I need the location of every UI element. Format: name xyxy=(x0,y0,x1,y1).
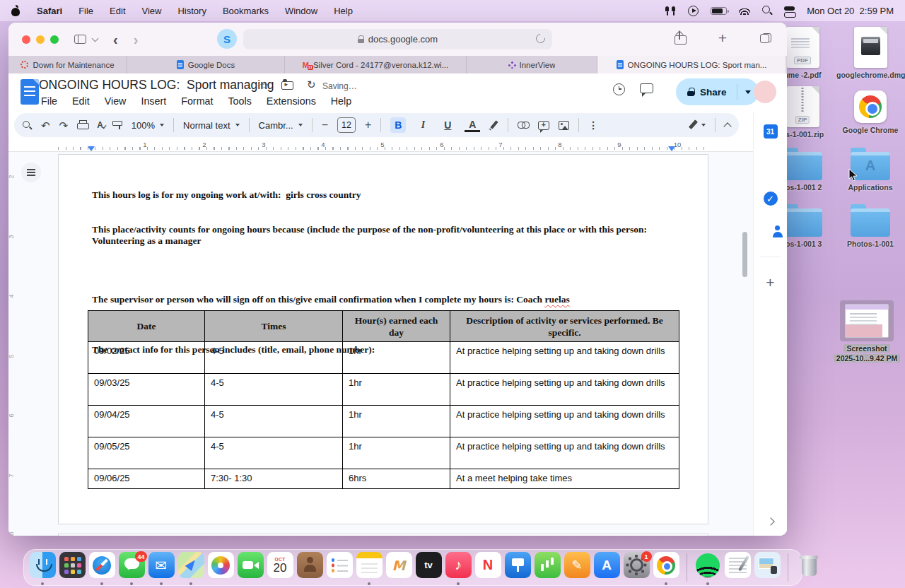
forward-button[interactable]: › xyxy=(134,33,139,47)
document-page[interactable]: This hours log is for my ongoing work at… xyxy=(58,154,708,524)
google-docs-logo-icon[interactable] xyxy=(21,79,39,105)
version-history-icon[interactable] xyxy=(613,83,625,95)
tab-ongoing-hours-log[interactable]: ONGOING HOURS LOG: Sport man... xyxy=(597,56,786,74)
cell-times[interactable]: 4-5 xyxy=(205,406,343,437)
tab-down-for-maintenance[interactable]: Down for Maintenance xyxy=(8,56,127,74)
insert-link-icon[interactable] xyxy=(518,122,529,129)
cell-date[interactable]: 09/05/25 xyxy=(88,437,205,469)
more-options-icon[interactable]: ⋮ xyxy=(588,119,598,131)
dock-item-chrome[interactable] xyxy=(653,550,679,585)
cell-description[interactable]: At practice helping setting up and takin… xyxy=(450,342,679,374)
star-icon[interactable]: ☆ xyxy=(259,79,269,92)
dock-item-launchpad[interactable] xyxy=(59,550,86,585)
battery-icon[interactable] xyxy=(711,7,727,15)
right-indent-marker[interactable] xyxy=(668,146,675,151)
paragraph-style-select[interactable]: Normal text xyxy=(183,120,239,131)
dock-item-mail[interactable] xyxy=(148,550,175,585)
dock-item-contacts[interactable] xyxy=(296,550,323,585)
sidebar-chevron-icon[interactable] xyxy=(92,35,99,42)
cell-times[interactable]: 7:30- 1:30 xyxy=(205,469,343,489)
desktop-icon-applications[interactable]: A Applications xyxy=(836,146,904,192)
docs-menu-file[interactable]: File xyxy=(41,95,57,107)
google-calendar-icon[interactable]: 31 xyxy=(764,124,778,139)
airpods-icon[interactable] xyxy=(665,6,676,16)
dock-item-numbers[interactable] xyxy=(534,550,561,585)
cell-hours[interactable]: 1hr xyxy=(343,374,450,406)
dock-item-maps[interactable] xyxy=(177,550,204,585)
menu-view[interactable]: View xyxy=(142,6,162,16)
back-button[interactable]: ‹ xyxy=(113,33,118,47)
apple-menu-icon[interactable] xyxy=(11,6,21,16)
decrease-font-size-button[interactable]: − xyxy=(322,119,328,131)
sidebar-toggle-icon[interactable] xyxy=(74,35,86,44)
cell-date[interactable]: 09/03/25 xyxy=(88,374,205,406)
wifi-icon[interactable] xyxy=(739,6,750,15)
menu-history[interactable]: History xyxy=(177,6,206,16)
control-center-icon[interactable] xyxy=(784,6,795,16)
editing-mode-select[interactable] xyxy=(687,120,706,130)
address-bar[interactable]: docs.google.com xyxy=(243,29,552,49)
search-menus-icon[interactable] xyxy=(23,121,32,130)
print-icon[interactable] xyxy=(77,120,88,130)
cell-date[interactable]: 09/02/25 xyxy=(88,342,205,374)
expand-panel-chevron-icon[interactable] xyxy=(766,517,774,525)
reload-icon[interactable] xyxy=(534,32,547,45)
spotlight-search-icon[interactable] xyxy=(762,6,772,16)
cell-description[interactable]: At practice helping setting up and takin… xyxy=(450,437,679,469)
now-playing-icon[interactable] xyxy=(688,6,699,16)
docs-menu-insert[interactable]: Insert xyxy=(141,95,166,107)
docs-menu-edit[interactable]: Edit xyxy=(72,95,90,107)
highlight-color-icon[interactable] xyxy=(489,121,498,130)
account-avatar[interactable] xyxy=(754,81,776,103)
cell-description[interactable]: At a meet helping take times xyxy=(450,469,679,489)
cell-description[interactable]: At practice helping setting up and takin… xyxy=(450,406,679,437)
dock-item-textedit[interactable] xyxy=(724,550,751,585)
dock-item-photos[interactable] xyxy=(207,550,234,585)
desktop-icon-chrome[interactable]: Google Chrome xyxy=(836,90,904,134)
redo-icon[interactable]: ↷ xyxy=(59,120,69,131)
font-size-input[interactable]: 12 xyxy=(337,117,356,133)
menu-app-name[interactable]: Safari xyxy=(37,6,62,16)
insert-image-icon[interactable] xyxy=(559,121,569,130)
tab-google-docs[interactable]: Google Docs xyxy=(127,56,285,74)
left-indent-marker[interactable] xyxy=(88,146,95,151)
document-title[interactable]: ONGOING HOURS LOG: Sport managing xyxy=(39,78,274,93)
dock-item-music[interactable] xyxy=(445,550,472,585)
hours-log-table[interactable]: Date Times Hour(s) earned each day Descr… xyxy=(88,310,679,489)
dock-item-reminders[interactable] xyxy=(326,550,353,585)
font-select[interactable]: Cambr... xyxy=(259,120,303,131)
docs-menu-format[interactable]: Format xyxy=(181,95,213,107)
hide-menus-icon[interactable] xyxy=(723,122,731,130)
horizontal-ruler[interactable]: 1 2 3 4 5 6 7 8 9 10 xyxy=(8,140,787,152)
get-add-ons-button[interactable]: + xyxy=(766,274,774,291)
menu-edit[interactable]: Edit xyxy=(110,6,125,16)
dock-item-news[interactable] xyxy=(474,550,501,585)
cell-times[interactable]: 4-5 xyxy=(205,374,343,406)
menu-file[interactable]: File xyxy=(78,6,93,16)
dock-item-finder[interactable] xyxy=(29,550,56,585)
zoom-select[interactable]: 100% xyxy=(132,120,164,131)
tab-innerview[interactable]: InnerView xyxy=(467,56,597,74)
docs-menu-help[interactable]: Help xyxy=(331,95,351,107)
cell-times[interactable]: 4-5 xyxy=(205,342,343,374)
dock-item-keynote[interactable] xyxy=(504,550,531,585)
undo-icon[interactable]: ↶ xyxy=(41,120,50,131)
desktop-icon-photos-folder[interactable]: Photos-1-001 xyxy=(836,203,904,248)
dock-item-settings[interactable]: 1 xyxy=(623,550,650,585)
cell-date[interactable]: 09/06/25 xyxy=(88,469,205,489)
dock-item-notes[interactable] xyxy=(356,550,383,585)
close-window-button[interactable] xyxy=(22,35,30,44)
tab-silver-cord-gmail[interactable]: M11 Silver Cord - 24177@verona.k12.wi... xyxy=(285,56,467,74)
italic-button[interactable]: I xyxy=(415,117,431,133)
google-tasks-icon[interactable]: ✓ xyxy=(764,192,778,206)
new-tab-button[interactable]: + xyxy=(718,33,727,43)
dock-item-freeform[interactable] xyxy=(385,550,412,585)
docs-menu-view[interactable]: View xyxy=(105,95,127,107)
zoom-window-button[interactable] xyxy=(50,35,59,44)
increase-font-size-button[interactable]: + xyxy=(365,119,371,131)
dock-item-calendar[interactable]: OCT20 xyxy=(267,550,293,585)
dock-item-appstore[interactable] xyxy=(593,550,620,585)
menu-bookmarks[interactable]: Bookmarks xyxy=(223,6,269,16)
dock-item-messages[interactable]: 44 xyxy=(118,550,145,585)
dock-item-safari[interactable] xyxy=(88,550,115,585)
